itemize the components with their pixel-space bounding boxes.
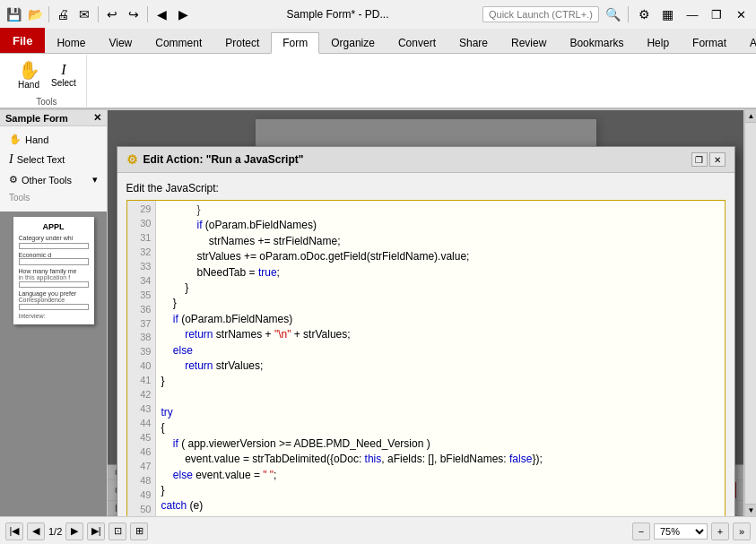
doc-thumbnail: APPL Category under whi Economic d How m…	[13, 217, 94, 324]
tab-help[interactable]: Help	[635, 31, 681, 53]
modal-title-icon: ⚙	[126, 152, 138, 167]
first-page-btn[interactable]: |◀	[5, 522, 23, 540]
fit-width-btn[interactable]: ⊞	[130, 522, 148, 540]
prev-page-btn[interactable]: ◀	[27, 522, 45, 540]
modal-overlay: ⚙ Edit Action: "Run a JavaScript" ❐ ✕ Ed…	[108, 110, 743, 516]
thumbnail-area: APPL Category under whi Economic d How m…	[0, 212, 107, 516]
select-icon: I	[61, 63, 65, 77]
tool-select-text[interactable]: I Select Text	[4, 149, 103, 170]
zoom-select[interactable]: 75% 25% 50% 100% 125% 150% 200%	[654, 523, 708, 540]
ribbon-group-tools: ✋ Hand I Select Tools	[7, 55, 87, 107]
next-page-btn[interactable]: ▶	[65, 522, 83, 540]
hand-tool-icon: ✋	[9, 134, 22, 145]
tab-protect[interactable]: Protect	[213, 31, 271, 53]
status-left: |◀ ◀ 1/2 ▶ ▶| ⊡ ⊞	[5, 522, 148, 540]
doc-thumbnail-title: APPL	[19, 222, 89, 231]
right-panel: ▲ ▼	[743, 110, 756, 516]
scroll-down-btn[interactable]: ▼	[745, 504, 756, 516]
modal-body: Edit the JavaScript: 29 30 31 32 33 34 3…	[117, 173, 734, 516]
other-tools-icon: ⚙	[9, 174, 18, 186]
ribbon-tabs: File Home View Comment Protect Form Orga…	[0, 29, 756, 54]
dropdown-arrow-icon: ▾	[92, 174, 98, 186]
tools-section-label: Tools	[4, 189, 103, 206]
tab-form[interactable]: Form	[271, 32, 319, 54]
tab-organize[interactable]: Organize	[319, 31, 387, 53]
left-panel-close[interactable]: ✕	[93, 112, 101, 124]
redo-icon[interactable]: ↪	[124, 4, 143, 24]
left-panel-title: Sample Form	[5, 113, 68, 124]
ribbon-btn-hand[interactable]: ✋ Hand	[13, 58, 45, 92]
email-icon[interactable]: ✉	[74, 4, 94, 24]
tab-review[interactable]: Review	[500, 31, 558, 53]
tab-comment[interactable]: Comment	[143, 31, 213, 53]
modal-restore-button[interactable]: ❐	[691, 152, 708, 167]
modal-title: ⚙ Edit Action: "Run a JavaScript"	[126, 152, 304, 167]
tab-arrange[interactable]: Arrange	[738, 31, 756, 53]
minimize-button[interactable]: —	[681, 4, 704, 24]
select-text-icon: I	[9, 152, 13, 167]
fit-page-btn[interactable]: ⊡	[109, 522, 126, 540]
ribbon-content: ✋ Hand I Select Tools	[0, 54, 756, 109]
window-controls: — ❐ ✕	[681, 4, 752, 24]
code-editor[interactable]: 29 30 31 32 33 34 35 36 37 38 39 40	[126, 200, 726, 516]
zoom-in-btn[interactable]: +	[711, 522, 729, 540]
line-numbers: 29 30 31 32 33 34 35 36 37 38 39 40	[127, 201, 156, 516]
hand-icon: ✋	[18, 61, 40, 79]
thumb-field-4	[19, 304, 89, 310]
left-panel-header: Sample Form ✕	[0, 110, 107, 126]
toolbar-separator-2	[98, 6, 99, 22]
thumb-field-1	[19, 243, 89, 249]
ribbon-group-label: Tools	[36, 97, 56, 107]
modal-titlebar: ⚙ Edit Action: "Run a JavaScript" ❐ ✕	[117, 147, 734, 173]
back-icon[interactable]: ◀	[152, 4, 171, 24]
tab-format[interactable]: Format	[681, 31, 738, 53]
modal-close-button[interactable]: ✕	[709, 152, 726, 167]
print-icon[interactable]: 🖨	[53, 4, 73, 24]
status-bar: |◀ ◀ 1/2 ▶ ▶| ⊡ ⊞ − 75% 25% 50% 100% 125…	[0, 516, 756, 544]
last-page-btn[interactable]: ▶|	[87, 522, 105, 540]
ribbon-group-buttons: ✋ Hand I Select	[13, 55, 81, 95]
tab-file[interactable]: File	[0, 28, 45, 53]
search-icon[interactable]: 🔍	[603, 4, 622, 24]
tool-hand[interactable]: ✋ Hand	[4, 130, 103, 149]
tab-home[interactable]: Home	[45, 31, 97, 53]
status-right: − 75% 25% 50% 100% 125% 150% 200% + »	[632, 522, 751, 540]
title-bar: 💾 📂 🖨 ✉ ↩ ↪ ◀ ▶ Sample Form* - PD... 🔍 ⚙…	[0, 0, 756, 29]
modal-body-label: Edit the JavaScript:	[126, 182, 726, 194]
code-content[interactable]: } if (oParam.bFieldNames) strNames += st…	[156, 201, 725, 516]
more-options-btn[interactable]: »	[733, 522, 751, 540]
toolbar-separator-3	[147, 6, 148, 22]
tab-bookmarks[interactable]: Bookmarks	[558, 31, 635, 53]
modal-dialog: ⚙ Edit Action: "Run a JavaScript" ❐ ✕ Ed…	[117, 146, 735, 516]
scroll-up-btn[interactable]: ▲	[745, 110, 756, 123]
page-indicator: 1/2	[48, 526, 62, 537]
quick-launch-input[interactable]	[482, 6, 599, 22]
zoom-out-btn[interactable]: −	[632, 522, 650, 540]
toolbar-separator	[48, 6, 49, 22]
thumb-field-2	[19, 258, 89, 264]
right-scrollbar[interactable]: ▲ ▼	[744, 110, 756, 516]
ribbon-btn-select[interactable]: I Select	[47, 60, 81, 91]
open-icon[interactable]: 📂	[25, 4, 45, 24]
left-panel: Sample Form ✕ ✋ Hand I Select Text ⚙ Oth…	[0, 110, 108, 516]
settings-icon[interactable]: ⚙	[634, 4, 654, 24]
tab-convert[interactable]: Convert	[387, 31, 448, 53]
undo-icon[interactable]: ↩	[102, 4, 122, 24]
tab-view[interactable]: View	[97, 31, 143, 53]
left-tools: ✋ Hand I Select Text ⚙ Other Tools ▾ Too…	[0, 126, 107, 212]
tool-other[interactable]: ⚙ Other Tools ▾	[4, 170, 103, 189]
close-button[interactable]: ✕	[729, 4, 752, 24]
app-title: Sample Form* - PD...	[196, 8, 479, 21]
forward-icon[interactable]: ▶	[173, 4, 193, 24]
save-icon[interactable]: 💾	[4, 4, 23, 24]
document-area: Calculation Type Custom Script Calculati…	[108, 110, 743, 516]
tab-share[interactable]: Share	[448, 31, 500, 53]
toolbar-sep-4	[628, 6, 629, 22]
modal-controls: ❐ ✕	[691, 152, 726, 167]
toolbar-icons: 💾 📂 🖨 ✉ ↩ ↪ ◀ ▶	[4, 4, 193, 24]
thumb-field-3	[19, 281, 89, 288]
grid-icon[interactable]: ▦	[657, 4, 677, 24]
restore-button[interactable]: ❐	[705, 4, 728, 24]
